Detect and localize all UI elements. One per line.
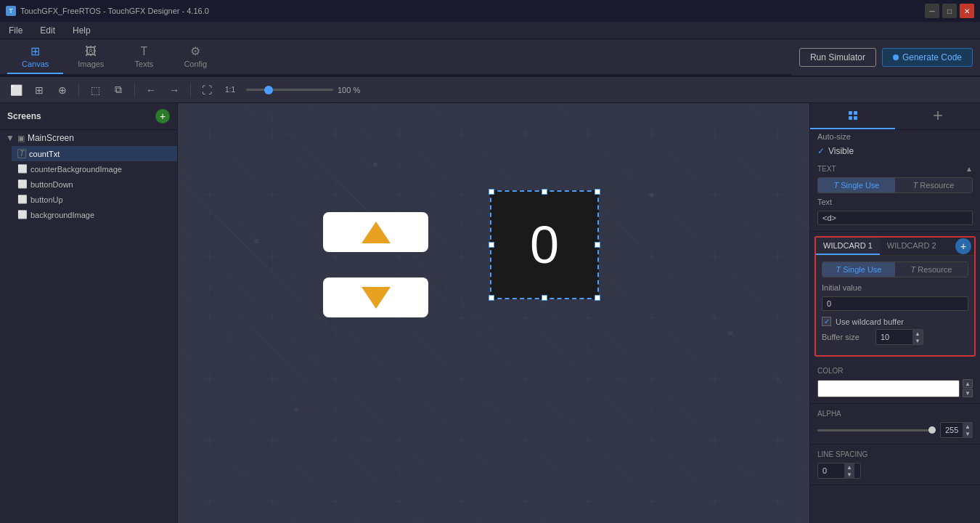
wildcard1-tab[interactable]: WILDCARD 1	[816, 238, 880, 255]
buffer-size-down[interactable]: ▼	[912, 337, 923, 344]
tree-item-mainscreen[interactable]: ▼ ▣ MainScreen	[0, 130, 177, 146]
grid-tool-button[interactable]: ⊞	[29, 80, 49, 100]
run-simulator-button[interactable]: Run Simulator	[799, 48, 876, 67]
autosize-label-text: Auto-size	[817, 132, 851, 141]
initial-value-input[interactable]	[822, 296, 968, 311]
texts-tab-label: Texts	[135, 60, 154, 68]
svg-rect-19	[849, 116, 852, 120]
title-bar: T TouchGFX_FreeRTOS - TouchGFX Designer …	[0, 0, 980, 22]
text-field-label: Text	[817, 198, 868, 206]
line-spacing-row: ▲ ▼	[817, 463, 973, 479]
resize-handle-l[interactable]	[489, 242, 494, 248]
tree-item-counter-bg[interactable]: ⬜ counterBackgroundImage	[12, 161, 177, 177]
button-icon-2: ⬜	[17, 195, 28, 204]
select-tool-button[interactable]: ⬜	[6, 80, 26, 100]
alpha-input-group: ▲ ▼	[940, 422, 973, 438]
resize-handle-tr[interactable]	[595, 189, 600, 195]
buffer-size-input[interactable]	[876, 331, 912, 343]
wc-res-t-icon: T	[911, 265, 916, 274]
resize-handle-r[interactable]	[595, 242, 600, 248]
resource-label: Resource	[920, 181, 954, 190]
tree-item-bgimage[interactable]: ⬜ backgroundImage	[12, 207, 177, 222]
tab-canvas[interactable]: ⊞ Canvas	[7, 40, 63, 74]
resize-handle-br[interactable]	[595, 295, 600, 301]
alpha-up-button[interactable]: ▲	[963, 423, 973, 430]
panel-tabs	[810, 103, 980, 130]
zoom-1-1-button[interactable]: 1:1	[220, 80, 240, 100]
tree-item-btnup[interactable]: ⬜ buttonUp	[12, 192, 177, 207]
button-up-widget[interactable]	[323, 212, 428, 252]
panel-tab-properties[interactable]	[810, 103, 895, 129]
undo-button[interactable]: ←	[141, 80, 161, 100]
resize-handle-b[interactable]	[542, 295, 547, 301]
single-use-label: Single Use	[841, 181, 879, 190]
line-spacing-input[interactable]	[818, 465, 844, 477]
svg-point-14	[649, 192, 654, 197]
layer-tool-button[interactable]: ⧉	[108, 80, 128, 100]
resource-toggle[interactable]: T Resource	[895, 178, 972, 192]
alpha-slider[interactable]	[817, 429, 936, 431]
alpha-slider-row: ▲ ▼	[817, 422, 973, 438]
wildcard2-tab[interactable]: WILDCARD 2	[880, 238, 944, 255]
toolbar-separator-1	[78, 83, 79, 97]
add-widget-button[interactable]: ⊕	[52, 80, 73, 100]
use-wildcard-buffer-row[interactable]: ✓ Use wildcard buffer	[822, 317, 968, 326]
wc-single-use-toggle[interactable]: T Single Use	[822, 262, 895, 277]
main-layout: Screens + ▼ ▣ MainScreen T countTxt ⬜ co…	[0, 103, 980, 523]
color-down-button[interactable]: ▼	[963, 389, 973, 397]
menu-edit[interactable]: Edit	[37, 24, 58, 37]
maximize-button[interactable]: □	[942, 4, 957, 18]
color-up-button[interactable]: ▲	[963, 379, 973, 388]
autosize-row: Auto-size	[810, 130, 980, 143]
text-section: TEXT ▲ T Single Use T Resource Text	[810, 159, 980, 232]
text-value-input[interactable]	[817, 211, 973, 225]
visible-row[interactable]: ✓ Visible	[810, 143, 980, 159]
line-spacing-section: Line spacing ▲ ▼	[810, 445, 980, 485]
canvas-tab-label: Canvas	[22, 60, 49, 68]
menu-file[interactable]: File	[6, 24, 25, 37]
zoom-slider[interactable]	[246, 89, 333, 91]
wc-resource-toggle[interactable]: T Resource	[895, 262, 968, 277]
images-tab-label: Images	[78, 60, 104, 68]
redo-button[interactable]: →	[164, 80, 184, 100]
arrow-down-icon	[362, 287, 391, 309]
config-tab-label: Config	[184, 60, 207, 68]
code-status-dot	[893, 54, 899, 60]
minimize-button[interactable]: ─	[925, 4, 939, 18]
add-screen-button[interactable]: +	[155, 109, 170, 123]
resize-handle-bl[interactable]	[489, 295, 494, 301]
menu-help[interactable]: Help	[70, 24, 94, 37]
close-button[interactable]: ✕	[960, 4, 974, 18]
buffer-size-up[interactable]: ▲	[912, 330, 923, 337]
add-wildcard-button[interactable]: +	[955, 238, 971, 254]
tab-texts[interactable]: T Texts	[118, 41, 169, 74]
count-display-widget[interactable]: 0	[490, 190, 599, 299]
color-swatch[interactable]	[817, 380, 960, 397]
alpha-input[interactable]	[941, 424, 963, 436]
panel-tab-interactions[interactable]	[895, 103, 980, 129]
single-use-t-icon: T	[834, 181, 839, 190]
tree-item-btndown[interactable]: ⬜ buttonDown	[12, 177, 177, 192]
resize-handle-tl[interactable]	[489, 189, 494, 195]
canvas-area[interactable]: 0	[178, 103, 809, 523]
screen-tool-button[interactable]: ⬚	[85, 80, 105, 100]
fit-button[interactable]: ⛶	[197, 80, 217, 100]
count-value: 0	[530, 215, 559, 275]
svg-rect-20	[854, 116, 857, 120]
line-spacing-up[interactable]: ▲	[844, 463, 854, 471]
tab-images[interactable]: 🖼 Images	[63, 41, 118, 74]
single-use-toggle[interactable]: T Single Use	[818, 178, 895, 192]
visible-label: Visible	[828, 146, 854, 156]
text-section-chevron[interactable]: ▲	[965, 165, 973, 173]
generate-code-button[interactable]: Generate Code	[882, 48, 973, 67]
tree-item-counttxt[interactable]: T countTxt	[12, 146, 177, 161]
button-down-widget[interactable]	[323, 277, 428, 317]
counter-bg-label: counterBackgroundImage	[30, 165, 122, 174]
alpha-down-button[interactable]: ▼	[963, 430, 973, 437]
resize-handle-t[interactable]	[542, 189, 547, 195]
canvas-tab-icon: ⊞	[30, 44, 40, 58]
tab-config[interactable]: ⚙ Config	[169, 40, 221, 74]
wildcard-buffer-checkbox[interactable]: ✓	[822, 317, 831, 326]
line-spacing-down[interactable]: ▼	[844, 471, 854, 478]
svg-point-15	[728, 331, 733, 335]
